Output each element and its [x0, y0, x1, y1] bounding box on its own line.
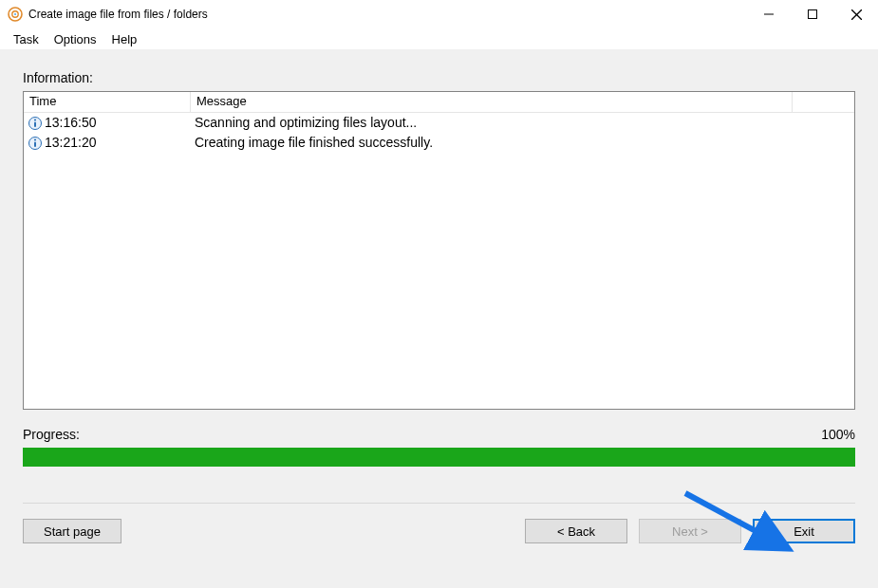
information-label: Information:	[23, 70, 855, 85]
close-button[interactable]	[834, 0, 878, 28]
svg-point-11	[34, 138, 36, 140]
maximize-button[interactable]	[791, 0, 834, 28]
log-table: Time Message 13:16:50 Scanning and optim…	[23, 91, 855, 410]
svg-rect-12	[34, 141, 36, 147]
divider	[23, 503, 855, 504]
app-icon	[8, 7, 23, 22]
svg-point-2	[14, 13, 16, 15]
minimize-button[interactable]	[747, 0, 791, 28]
menu-options[interactable]: Options	[47, 30, 104, 48]
window-controls	[747, 0, 878, 28]
log-cell-message: Creating image file finished successfull…	[191, 133, 854, 153]
progress-label: Progress:	[23, 427, 80, 442]
next-button: Next >	[639, 519, 741, 543]
progress-percent: 100%	[821, 427, 855, 442]
info-icon	[28, 116, 43, 131]
exit-button[interactable]: Exit	[753, 519, 855, 543]
title-bar: Create image file from files / folders	[0, 0, 878, 28]
back-button[interactable]: < Back	[525, 519, 627, 543]
log-cell-message: Scanning and optimizing files layout...	[191, 113, 854, 133]
log-row[interactable]: 13:21:20 Creating image file finished su…	[24, 133, 854, 153]
progress-bar	[23, 448, 855, 467]
menu-bar: Task Options Help	[0, 28, 878, 49]
start-page-button[interactable]: Start page	[23, 519, 121, 543]
column-header-time[interactable]: Time	[24, 92, 191, 113]
progress-row: Progress: 100%	[23, 427, 855, 442]
log-time-text: 13:21:20	[45, 133, 97, 153]
svg-rect-9	[34, 121, 36, 127]
column-header-message[interactable]: Message	[191, 92, 793, 113]
column-header-empty	[793, 92, 854, 113]
info-icon	[28, 136, 43, 151]
log-time-text: 13:16:50	[45, 113, 97, 133]
menu-help[interactable]: Help	[104, 30, 145, 48]
client-area: Information: Time Message 13:16:50 Scann…	[0, 49, 878, 588]
menu-task[interactable]: Task	[6, 30, 47, 48]
svg-rect-4	[809, 10, 817, 19]
button-row: Start page < Back Next > Exit	[23, 519, 855, 543]
svg-point-8	[34, 119, 36, 120]
window-title: Create image file from files / folders	[28, 8, 747, 21]
log-cell-time: 13:16:50	[24, 113, 191, 133]
log-body[interactable]: 13:16:50 Scanning and optimizing files l…	[24, 113, 854, 409]
log-header: Time Message	[24, 92, 854, 113]
log-cell-time: 13:21:20	[24, 133, 191, 153]
log-row[interactable]: 13:16:50 Scanning and optimizing files l…	[24, 113, 854, 133]
